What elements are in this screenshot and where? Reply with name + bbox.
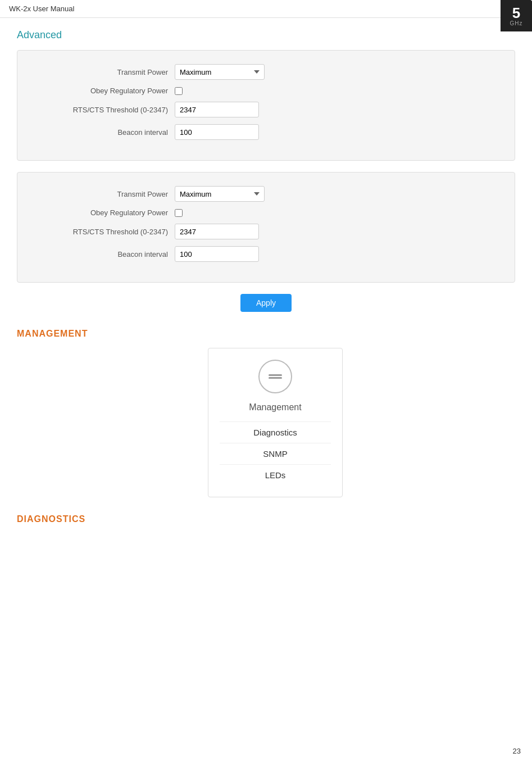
management-menu-diagnostics[interactable]: Diagnostics: [220, 421, 331, 443]
apply-button[interactable]: Apply: [240, 294, 292, 312]
beacon-label-5: Beacon interval: [29, 250, 175, 258]
obey-regulatory-group-5: Obey Regulatory Power: [29, 208, 503, 217]
management-section-title: MANAGEMENT: [17, 329, 515, 339]
transmit-power-select-24[interactable]: Maximum: [175, 64, 265, 80]
rts-label-5: RTS/CTS Threshold (0-2347): [29, 228, 175, 236]
obey-regulatory-group-24: Obey Regulatory Power: [29, 87, 503, 95]
beacon-label-24: Beacon interval: [29, 128, 175, 137]
manual-title: WK-2x User Manual: [9, 4, 74, 13]
transmit-power-label-5: Transmit Power: [29, 190, 175, 198]
obey-regulatory-checkbox-wrapper-5: [175, 209, 183, 217]
svg-rect-1: [269, 377, 282, 379]
diagnostics-section-title: DIAGNOSTICS: [17, 514, 515, 524]
management-icon: [258, 360, 292, 393]
transmit-power-group-24: Transmit Power Maximum: [29, 64, 503, 80]
management-card: Management Diagnostics SNMP LEDs: [208, 348, 343, 497]
page-header: WK-2x User Manual: [0, 0, 532, 18]
rts-group-5: RTS/CTS Threshold (0-2347) 2347: [29, 224, 503, 239]
freq-num-5: 5: [512, 6, 520, 20]
transmit-power-group-5: Transmit Power Maximum: [29, 186, 503, 202]
freq-unit-5: GHz: [510, 20, 523, 26]
obey-regulatory-label-5: Obey Regulatory Power: [29, 208, 175, 217]
diagnostics-section: DIAGNOSTICS: [17, 514, 515, 524]
obey-regulatory-checkbox-5[interactable]: [175, 209, 183, 217]
page-number: 23: [513, 747, 521, 755]
management-section: MANAGEMENT Management Diagnostics SNMP L…: [17, 329, 515, 497]
obey-regulatory-label-24: Obey Regulatory Power: [29, 87, 175, 95]
freq-badge-5: 5 GHz: [501, 0, 532, 31]
rts-input-24[interactable]: 2347: [175, 102, 259, 117]
advanced-section-title: Advanced: [17, 29, 515, 41]
beacon-input-5[interactable]: 100: [175, 246, 259, 262]
management-menu-leds[interactable]: LEDs: [220, 464, 331, 486]
management-icon-label: Management: [220, 402, 331, 412]
band-24-card: 2.4 GHz Transmit Power Maximum Obey Regu…: [17, 50, 515, 161]
beacon-input-24[interactable]: 100: [175, 124, 259, 140]
management-icon-svg: [267, 369, 283, 384]
rts-label-24: RTS/CTS Threshold (0-2347): [29, 106, 175, 114]
beacon-group-5: Beacon interval 100: [29, 246, 503, 262]
band-5-card: 5 GHz Transmit Power Maximum Obey Regula…: [17, 172, 515, 283]
transmit-power-label-24: Transmit Power: [29, 68, 175, 76]
rts-group-24: RTS/CTS Threshold (0-2347) 2347: [29, 102, 503, 117]
transmit-power-select-5[interactable]: Maximum: [175, 186, 265, 202]
rts-input-5[interactable]: 2347: [175, 224, 259, 239]
obey-regulatory-checkbox-24[interactable]: [175, 87, 183, 95]
obey-regulatory-checkbox-wrapper-24: [175, 87, 183, 95]
svg-rect-0: [269, 374, 282, 376]
management-menu-snmp[interactable]: SNMP: [220, 443, 331, 464]
beacon-group-24: Beacon interval 100: [29, 124, 503, 140]
